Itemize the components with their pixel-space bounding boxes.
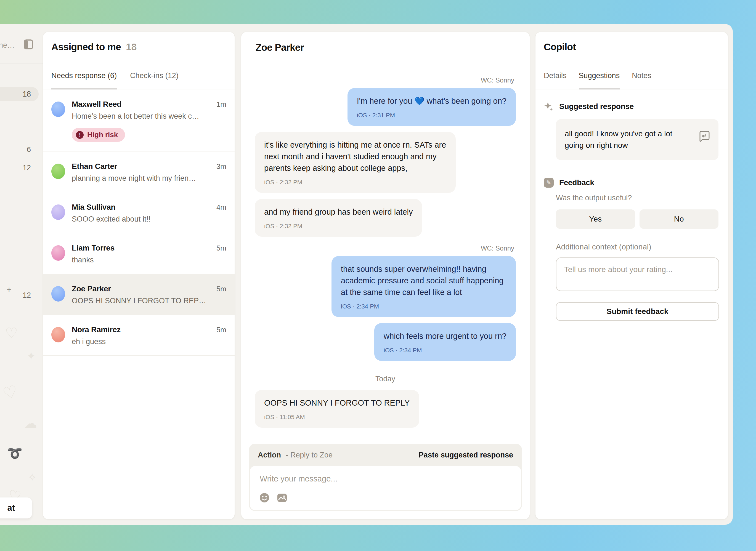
additional-context-input[interactable] (556, 257, 719, 291)
rail-divider (0, 63, 43, 63)
outgoing-message: which feels more urgent to you rn? iOS ·… (374, 323, 516, 361)
message-text: OOPS HI SONNY I FORGOT TO REPLY (264, 397, 410, 409)
avatar (51, 327, 65, 343)
list-item-zoe-parker[interactable]: Zoe Parker 5m OOPS HI SONNY I FORGOT TO … (43, 274, 235, 315)
tab-notes[interactable]: Notes (632, 62, 651, 89)
message-text: I'm here for you 💙 what's been going on? (357, 95, 506, 107)
paste-reply-icon[interactable] (698, 130, 710, 142)
submit-feedback-button[interactable]: Submit feedback (556, 302, 719, 321)
nav-rail: he… 18 6 12 + 12 at (0, 24, 43, 525)
avatar (51, 204, 65, 220)
avatar (51, 245, 65, 261)
message-time: 4m (217, 203, 226, 211)
tab-needs-response[interactable]: Needs response (6) (51, 62, 117, 89)
contact-name: Zoe Parker (72, 285, 111, 293)
rail-assigned-count: 18 (23, 90, 31, 98)
assigned-count: 18 (126, 41, 137, 52)
app-window: ♡ ✦ ♡ ☁ ➰ ✧ ♡ ➰ he… 18 6 12 + 12 at (0, 24, 733, 525)
rail-item-assigned[interactable]: 18 (0, 87, 39, 101)
contact-name: Nora Ramirez (72, 325, 121, 334)
message-preview: SOOO excited about it!! (72, 215, 226, 223)
copilot-panel: Copilot Details Suggestions Notes Sugges… (535, 32, 728, 520)
list-item-maxwell-reed[interactable]: Maxwell Reed 1m Home’s been a lot better… (43, 89, 235, 151)
tab-details[interactable]: Details (544, 62, 566, 89)
message-preview: Home’s been a lot better this week c… (72, 112, 226, 121)
contact-name: Ethan Carter (72, 162, 117, 171)
tab-suggestions[interactable]: Suggestions (579, 62, 620, 89)
message-meta: iOS · 2:32 PM (264, 178, 446, 187)
action-detail: - Reply to Zoe (286, 451, 333, 459)
sender-label: WC: Sonny (481, 76, 514, 84)
suggested-response-card: all good! I know you've got a lot going … (556, 119, 718, 160)
suggested-response-text: all good! I know you've got a lot going … (565, 128, 683, 151)
tab-check-ins[interactable]: Check-ins (12) (130, 62, 178, 89)
pencil-icon: ✎ (544, 178, 554, 188)
high-risk-label: High risk (87, 130, 118, 139)
copilot-header: Copilot (535, 32, 728, 62)
feedback-section: ✎ Feedback (544, 178, 718, 188)
chat-title: Zoe Parker (256, 42, 304, 53)
day-divider: Today (375, 375, 395, 383)
avatar (51, 101, 65, 117)
chat-panel: Zoe Parker WC: Sonny I'm here for you 💙 … (241, 32, 530, 520)
contact-name: Mia Sullivan (72, 203, 115, 211)
outgoing-message: I'm here for you 💙 what's been going on?… (348, 88, 516, 126)
message-meta: iOS · 2:34 PM (341, 302, 506, 311)
contact-name: Liam Torres (72, 243, 114, 252)
outgoing-message: that sounds super overwhelming!! having … (332, 256, 516, 317)
message-text: and my friend group has been weird latel… (264, 206, 413, 218)
message-meta: iOS · 11:05 AM (264, 413, 410, 422)
message-meta: iOS · 2:31 PM (357, 111, 506, 120)
message-preview: OOPS HI SONNY I FORGOT TO REP… (72, 297, 226, 305)
message-input[interactable] (259, 474, 512, 491)
message-time: 5m (217, 326, 226, 334)
list-item-liam-torres[interactable]: Liam Torres 5m thanks (43, 233, 235, 274)
assigned-title: Assigned to me (51, 41, 121, 52)
message-preview: eh i guess (72, 338, 226, 346)
rail-bottom-button[interactable]: at (0, 498, 32, 518)
message-text: it's like everything is hitting me at on… (264, 139, 446, 174)
message-time: 3m (217, 162, 226, 171)
incoming-message: and my friend group has been weird latel… (255, 199, 422, 237)
rail-item-count-6[interactable]: 6 (0, 145, 31, 154)
message-preview: planning a move night with my frien… (72, 174, 226, 183)
rail-truncated-label: he… (0, 41, 15, 50)
message-preview: thanks (72, 256, 226, 264)
feedback-no-button[interactable]: No (640, 209, 719, 229)
copilot-tabs: Details Suggestions Notes (535, 62, 728, 89)
composer-header: Action - Reply to Zoe Paste suggested re… (249, 444, 522, 466)
message-text: that sounds super overwhelming!! having … (341, 263, 506, 298)
sparkle-icon (544, 101, 554, 111)
paste-suggested-response-button[interactable]: Paste suggested response (419, 451, 513, 459)
list-item-mia-sullivan[interactable]: Mia Sullivan 4m SOOO excited about it!! (43, 192, 235, 233)
message-meta: iOS · 2:32 PM (264, 222, 413, 231)
rail-item-count-12[interactable]: 12 (0, 164, 31, 172)
avatar (51, 164, 65, 179)
suggested-response-heading: Suggested response (559, 102, 634, 111)
high-risk-badge: ! High risk (72, 128, 125, 142)
copilot-body: Suggested response all good! I know you'… (535, 89, 728, 519)
message-meta: iOS · 2:34 PM (384, 346, 506, 355)
action-label: Action (258, 451, 281, 459)
app-background: ♡ ✦ ♡ ☁ ➰ ✧ ♡ ➰ he… 18 6 12 + 12 at (0, 0, 756, 551)
collapse-sidebar-icon[interactable] (24, 39, 33, 49)
assigned-list-header: Assigned to me 18 (43, 32, 235, 62)
message-text: which feels more urgent to you rn? (384, 330, 506, 342)
additional-context-label: Additional context (optional) (556, 242, 718, 251)
rail-item-count-12b[interactable]: 12 (0, 291, 31, 300)
incoming-message: it's like everything is hitting me at on… (255, 132, 456, 193)
chat-header: Zoe Parker (241, 32, 530, 63)
alert-icon: ! (76, 131, 84, 139)
feedback-yes-button[interactable]: Yes (556, 209, 635, 229)
list-item-ethan-carter[interactable]: Ethan Carter 3m planning a move night wi… (43, 151, 235, 192)
image-icon[interactable] (277, 493, 287, 503)
message-time: 1m (217, 100, 226, 109)
message-thread: WC: Sonny I'm here for you 💙 what's been… (241, 63, 530, 444)
contact-name: Maxwell Reed (72, 100, 121, 109)
smiley-icon[interactable] (259, 493, 270, 503)
avatar (51, 286, 65, 302)
message-time: 5m (217, 244, 226, 252)
copilot-title: Copilot (544, 41, 576, 52)
list-item-nora-ramirez[interactable]: Nora Ramirez 5m eh i guess (43, 315, 235, 356)
assigned-tabs: Needs response (6) Check-ins (12) (43, 62, 235, 89)
